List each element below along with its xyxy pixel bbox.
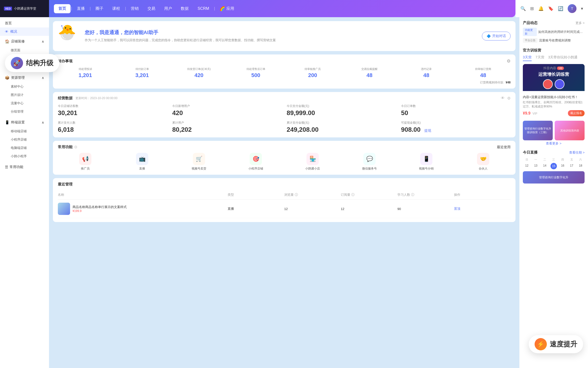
sidebar-item-pc-shop[interactable]: 电脑端店铺 — [0, 144, 49, 152]
func-item-partner[interactable]: 🤝 合伙人 — [456, 153, 511, 171]
sidebar-item-miniprogram-shop[interactable]: 小程序店铺 — [0, 135, 49, 144]
pending-value-complaint[interactable]: 1,201 — [58, 72, 113, 79]
recent-manage-title: 最近管理 — [58, 182, 73, 187]
func-item-promoter[interactable]: 📢 推广员 — [58, 153, 113, 171]
training-platform: 抖音内容 5期 — [538, 66, 569, 70]
pending-label-promoter: 待审核推广员 — [285, 67, 340, 71]
td-action-pin[interactable]: 置顶 — [454, 207, 511, 211]
training-tab-xq[interactable]: 3天带你玩转小鹊通 — [548, 55, 578, 61]
nav-item-scrm[interactable]: SCRM — [193, 4, 213, 13]
cal-header-sun: 日 — [523, 157, 531, 162]
live-section: 今日直播 查看往期 > 日 一 二 三 四 五 六 12 13 14 15 16… — [523, 150, 585, 184]
pending-value-promoter[interactable]: 200 — [285, 72, 340, 79]
pending-settings-icon[interactable]: ⚙ — [507, 58, 511, 64]
cal-day-14[interactable]: 14 — [541, 163, 549, 169]
func-grid: 📢 推广员 📺 直播 🛒 视频号卖货 🎯 小程序店铺 🏪 小鹊通小 — [58, 153, 511, 171]
func-item-video-sell[interactable]: 🛒 视频号卖货 — [172, 153, 226, 171]
sidebar-item-overview[interactable]: 👁 概况 — [0, 27, 49, 36]
sidebar-item-material[interactable]: 素材中心 — [0, 82, 49, 91]
pending-item-ship: 待发货订单(近30天) 420 — [172, 67, 226, 79]
cal-header-tue: 二 — [541, 157, 549, 162]
nav-item-home[interactable]: 首页 — [54, 4, 71, 13]
sidebar-section-resource-header[interactable]: 📦 资源管理 ∧ — [0, 73, 49, 82]
sidebar-item-minipage[interactable]: 微页面 — [0, 46, 49, 54]
pending-value-aftersale[interactable]: 500 — [228, 72, 283, 79]
live-preview-label: 管理咨询行业数字化升 — [539, 175, 568, 180]
update-badge-notice: 平台公告 — [523, 38, 538, 43]
biz-title-area: 经营数据 更新时间：2023-10-20 00:00:00 — [58, 96, 117, 101]
bell-icon[interactable]: 🔔 — [538, 6, 544, 11]
ai-start-btn[interactable]: 🔷 开始对话 — [482, 32, 511, 40]
func-item-video-distribution[interactable]: 📱 视频号分销 — [399, 153, 454, 171]
func-header: 常用功能 ⚙ 最近使用 — [58, 145, 511, 149]
sidebar-section-store-header[interactable]: 🏠 店铺装修 ∧ — [0, 37, 49, 46]
update-item-2[interactable]: 平台公告 流量账号收费规则调整 — [523, 38, 585, 43]
func-item-xq-shop[interactable]: 🏪 小鹊通小店 — [285, 153, 340, 171]
sidebar-section-common-header[interactable]: ☰ 常用功能 — [0, 162, 49, 172]
sidebar-item-xq-miniprogram[interactable]: 小鹊小程序 — [0, 152, 49, 160]
product-name-area: 商品名称商品名称单行展示的文案样式 ¥199.9 — [58, 203, 228, 215]
upgrade-badge[interactable]: 🚀 结构升级 — [5, 54, 59, 72]
sidebar-item-group[interactable]: 分组管理 — [0, 107, 49, 116]
training-tab-7day[interactable]: 7天营 — [536, 55, 544, 61]
recent-manage-header: 最近管理 — [58, 182, 511, 187]
nav-item-live[interactable]: 直播 — [73, 4, 89, 13]
nav-item-course[interactable]: 课程 — [108, 4, 124, 13]
nav-item-circle[interactable]: 圈子 — [91, 4, 108, 13]
sidebar-section-terminal-header[interactable]: 📱 终端设置 ∧ — [0, 118, 49, 127]
mini-card-2[interactable]: 其他训练营内容 — [555, 121, 585, 140]
miniprogram-shop-icon-wrap: 🎯 — [250, 153, 262, 165]
pending-value-breach[interactable]: 48 — [399, 72, 454, 79]
mini-card-1[interactable]: 管理咨询行业数字化升级训练营（三期） — [523, 121, 553, 140]
nav-item-trade[interactable]: 交易 — [143, 4, 160, 13]
product-updates-more[interactable]: 更多 > — [576, 21, 585, 25]
sync-icon[interactable]: 🔄 — [558, 6, 563, 11]
common-icon: ☰ — [5, 165, 8, 169]
biz-item-total-users: 累计用户 80,202 — [172, 121, 282, 133]
layout-icon[interactable]: ⊞ — [530, 6, 534, 11]
cal-day-17[interactable]: 17 — [568, 163, 576, 169]
sidebar-item-imgdesign[interactable]: 图片设计 — [0, 91, 49, 99]
sidebar-item-mobile[interactable]: 移动端店铺 — [0, 127, 49, 135]
update-item-1[interactable]: 功能更新 如何高效的利用碎片时间完成系统... — [523, 28, 585, 36]
avatar[interactable]: T — [568, 4, 576, 13]
eye-icon[interactable]: 👁 — [501, 96, 505, 101]
content-area: 🐣 ↑ 您好，我是通通，您的智能AI助手 作为一个人工智能助手，我可以回答您的问… — [49, 17, 519, 368]
cal-header-thu: 四 — [559, 157, 567, 162]
live-preview[interactable]: 管理咨询行业数字化升 — [523, 171, 585, 184]
nav-item-data[interactable]: 数据 — [176, 4, 193, 13]
nav-item-app[interactable]: 🌈 应用 — [216, 4, 238, 13]
func-item-wechat-service[interactable]: 💬 微信服务号 — [342, 153, 397, 171]
pending-value-trade[interactable]: 48 — [342, 72, 397, 79]
view-history-link[interactable]: 查看往期 > — [569, 150, 585, 155]
cal-day-15-today[interactable]: 15 — [551, 163, 557, 169]
see-more-link[interactable]: 查看更多 > — [523, 140, 585, 147]
withdraw-btn[interactable]: 提现 — [424, 129, 431, 132]
training-num-badge: 5期 — [557, 66, 564, 70]
training-tab-3day[interactable]: 3天营 — [523, 55, 532, 61]
func-label-xq-shop: 小鹊通小店 — [285, 167, 340, 171]
nav-item-user[interactable]: 用户 — [160, 4, 176, 13]
update-badge-func: 功能更新 — [523, 28, 537, 36]
pending-value-review-merchant[interactable]: 48 — [456, 72, 511, 79]
training-register-btn[interactable]: 截止报名 — [568, 110, 585, 116]
biz-settings-icon[interactable]: ⚙ — [507, 96, 511, 101]
cal-day-12[interactable]: 12 — [523, 163, 531, 169]
func-settings-icon[interactable]: ⚙ — [74, 145, 77, 149]
cal-day-13[interactable]: 13 — [532, 163, 540, 169]
pending-value-ship[interactable]: 420 — [172, 72, 226, 79]
pending-value-payment[interactable]: 3,201 — [115, 72, 170, 79]
logo-text: 小鹊通运营学堂 — [14, 6, 36, 11]
cal-day-18[interactable]: 18 — [576, 163, 585, 169]
sidebar-item-traffic[interactable]: 流量中心 — [0, 99, 49, 107]
nav-item-marketing[interactable]: 营销 — [126, 4, 143, 13]
func-item-live[interactable]: 📺 直播 — [115, 153, 170, 171]
search-icon[interactable]: 🔍 — [520, 6, 526, 11]
chevron-down-icon[interactable]: ▾ — [581, 6, 583, 11]
biz-item-withdrawable: 可提现金额(元) 908.00 提现 — [401, 121, 511, 133]
video-dist-icon-wrap: 📱 — [420, 153, 432, 165]
func-item-miniprogram-shop[interactable]: 🎯 小程序店铺 — [228, 153, 283, 171]
th-name: 名称 — [58, 193, 228, 197]
cal-day-16[interactable]: 16 — [559, 163, 567, 169]
bookmark-icon[interactable]: 🔖 — [548, 6, 553, 11]
